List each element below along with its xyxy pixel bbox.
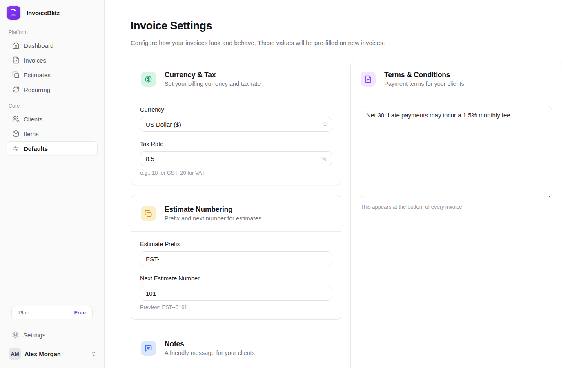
user-menu[interactable]: AM Alex Morgan [7, 348, 98, 360]
page-subtitle: Configure how your invoices look and beh… [131, 39, 562, 46]
copy-icon [145, 210, 152, 218]
sidebar-item-items[interactable]: Items [7, 127, 98, 141]
card-subtitle: Payment terms for your clients [384, 81, 464, 87]
next-estimate-number-field: Next Estimate Number Preview: EST--0101 [140, 275, 332, 310]
card-body [131, 366, 341, 368]
card-subtitle: Set your billing currency and tax rate [165, 81, 261, 87]
sidebar-item-label: Defaults [24, 145, 48, 152]
icon-tile [141, 341, 156, 356]
sidebar-item-invoices[interactable]: Invoices [7, 53, 98, 67]
chevrons-up-down-icon [322, 121, 328, 127]
card-body: Net 30. Late payments may incur a 1.5% m… [351, 97, 562, 220]
avatar: AM [9, 348, 21, 360]
settings-grid: Currency & Tax Set your billing currency… [131, 61, 562, 368]
nav-section-core: Core Clients Items Defaults [7, 103, 98, 156]
next-estimate-number-input[interactable] [140, 286, 332, 301]
sidebar-item-clients[interactable]: Clients [7, 112, 98, 126]
estimate-numbering-card: Estimate Numbering Prefix and next numbe… [131, 195, 341, 320]
card-body: Currency US Dollar ($) Tax Rate [131, 97, 341, 185]
tax-rate-hint: e.g., 18 for GST, 20 for VAT [140, 170, 332, 176]
gear-icon [12, 331, 19, 339]
terms-card: Terms & Conditions Payment terms for you… [350, 61, 562, 368]
invoice-file-icon [10, 9, 17, 16]
notes-card: Notes A friendly message for your client… [131, 330, 341, 368]
nav-section-platform: Platform Dashboard Invoices Estimates Re… [7, 29, 98, 97]
card-header-text: Notes A friendly message for your client… [165, 340, 255, 356]
percent-suffix: % [321, 156, 326, 162]
card-header-text: Estimate Numbering Prefix and next numbe… [165, 205, 261, 222]
icon-tile [361, 72, 376, 87]
card-title: Estimate Numbering [165, 205, 261, 214]
card-header: Estimate Numbering Prefix and next numbe… [131, 195, 341, 232]
currency-tax-card: Currency & Tax Set your billing currency… [131, 61, 341, 185]
sidebar: InvoiceBlitz Platform Dashboard Invoices… [0, 0, 105, 368]
card-header: Currency & Tax Set your billing currency… [131, 61, 341, 97]
sidebar-item-label: Dashboard [24, 42, 53, 49]
sidebar-item-dashboard[interactable]: Dashboard [7, 38, 98, 52]
estimate-prefix-input[interactable] [140, 251, 332, 266]
plan-value: Free [74, 310, 86, 316]
page-title: Invoice Settings [131, 20, 562, 32]
icon-tile [141, 206, 156, 221]
sidebar-item-defaults[interactable]: Defaults [7, 141, 98, 155]
currency-selected-value: US Dollar ($) [146, 121, 181, 128]
sidebar-item-label: Recurring [24, 86, 50, 93]
card-body: Estimate Prefix Next Estimate Number Pre… [131, 232, 341, 319]
file-icon [12, 56, 20, 64]
app-name: InvoiceBlitz [27, 9, 60, 16]
plan-badge: Plan Free [11, 306, 93, 319]
sidebar-item-label: Clients [24, 116, 42, 123]
estimate-preview-hint: Preview: EST--0101 [140, 304, 332, 310]
estimate-prefix-label: Estimate Prefix [140, 241, 332, 247]
card-header: Terms & Conditions Payment terms for you… [351, 61, 562, 97]
card-header-text: Currency & Tax Set your billing currency… [165, 71, 261, 87]
package-icon [12, 130, 20, 137]
card-title: Currency & Tax [165, 71, 261, 79]
section-label: Platform [9, 29, 98, 35]
card-subtitle: A friendly message for your clients [165, 350, 255, 356]
icon-tile [141, 72, 156, 87]
sidebar-item-estimates[interactable]: Estimates [7, 68, 98, 82]
tax-rate-input[interactable] [140, 151, 332, 166]
currency-label: Currency [140, 106, 332, 113]
terms-hint: This appears at the bottom of every invo… [361, 204, 552, 210]
message-bubble-icon [145, 344, 152, 352]
sidebar-item-settings[interactable]: Settings [7, 328, 98, 341]
next-estimate-number-label: Next Estimate Number [140, 275, 332, 282]
copy-icon [12, 71, 20, 79]
terms-textarea[interactable]: Net 30. Late payments may incur a 1.5% m… [361, 106, 552, 198]
users-icon [12, 115, 20, 123]
card-title: Terms & Conditions [384, 71, 464, 79]
plan-label: Plan [18, 310, 29, 316]
tax-rate-field: Tax Rate % e.g., 18 for GST, 20 for VAT [140, 141, 332, 176]
sidebar-item-label: Items [24, 130, 39, 137]
right-column: Terms & Conditions Payment terms for you… [350, 61, 562, 368]
main-content: Invoice Settings Configure how your invo… [105, 0, 588, 368]
home-icon [12, 42, 20, 49]
user-name: Alex Morgan [24, 350, 87, 357]
dollar-circle-icon [145, 75, 152, 83]
card-header-text: Terms & Conditions Payment terms for you… [384, 71, 464, 87]
sidebar-item-label: Estimates [24, 72, 51, 79]
document-icon [364, 75, 372, 83]
brand[interactable]: InvoiceBlitz [7, 6, 98, 20]
currency-field: Currency US Dollar ($) [140, 106, 332, 132]
section-label: Core [9, 103, 98, 109]
tax-rate-label: Tax Rate [140, 141, 332, 147]
settings-label: Settings [23, 332, 45, 339]
sidebar-spacer [7, 162, 98, 306]
refresh-icon [12, 86, 20, 93]
app-logo [7, 6, 20, 20]
card-subtitle: Prefix and next number for estimates [165, 215, 261, 222]
sidebar-item-recurring[interactable]: Recurring [7, 83, 98, 96]
left-column: Currency & Tax Set your billing currency… [131, 61, 341, 368]
sliders-icon [12, 145, 20, 152]
currency-select[interactable]: US Dollar ($) [140, 117, 332, 132]
card-title: Notes [165, 340, 255, 348]
card-header: Notes A friendly message for your client… [131, 330, 341, 366]
estimate-prefix-field: Estimate Prefix [140, 241, 332, 266]
chevrons-up-down-icon [91, 351, 97, 357]
sidebar-item-label: Invoices [24, 57, 46, 64]
